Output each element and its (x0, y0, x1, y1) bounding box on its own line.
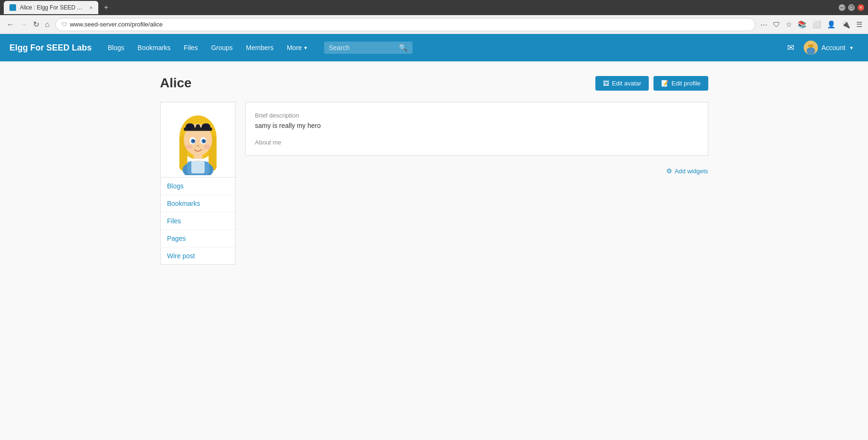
svg-point-15 (196, 124, 200, 128)
profile-avatar-box (160, 102, 236, 178)
sidebar-item-blogs[interactable]: Blogs (161, 178, 235, 195)
security-icon: 🛡 (61, 21, 67, 28)
gear-icon: ⚙ (666, 167, 672, 175)
new-tab-button[interactable]: + (101, 3, 111, 12)
add-widgets-link[interactable]: ⚙ Add widgets (666, 167, 708, 175)
maximize-button[interactable]: ❐ (848, 4, 855, 11)
sidebar-item-wire-post[interactable]: Wire post (161, 247, 235, 264)
account-chevron-icon: ▼ (849, 45, 854, 51)
url-bar[interactable]: 🛡 www.seed-server.com/profile/alice (55, 18, 756, 31)
more-options-icon[interactable]: ⋯ (759, 19, 768, 30)
svg-point-3 (808, 44, 814, 48)
edit-profile-icon: 📝 (661, 80, 669, 87)
tab-title: Alice : Elgg For SEED Lab (20, 4, 84, 11)
tab-favicon (9, 4, 16, 11)
page-header: Alice 🖼 Edit avatar 📝 Edit profile (160, 76, 708, 91)
header-buttons: 🖼 Edit avatar 📝 Edit profile (595, 76, 708, 91)
edit-profile-button[interactable]: 📝 Edit profile (653, 76, 708, 91)
browser-chrome: Alice : Elgg For SEED Lab × + — ❐ ✕ (0, 0, 868, 15)
sidebar-item-files[interactable]: Files (161, 212, 235, 230)
nav-link-groups[interactable]: Groups (205, 40, 240, 55)
address-bar: ← → ↻ ⌂ 🛡 www.seed-server.com/profile/al… (0, 15, 868, 34)
add-widgets-row: ⚙ Add widgets (245, 163, 708, 178)
edit-avatar-button[interactable]: 🖼 Edit avatar (595, 76, 649, 91)
tab-close-button[interactable]: × (90, 5, 93, 10)
browser-tab[interactable]: Alice : Elgg For SEED Lab × (4, 1, 98, 14)
svg-point-14 (201, 123, 210, 129)
close-button[interactable]: ✕ (858, 4, 864, 11)
browser-menu-icons: ⋯ 🛡 ☆ 📚 ⬜ 👤 🔌 ☰ (759, 19, 863, 30)
search-icon[interactable]: 🔍 (399, 43, 408, 52)
account-avatar (804, 41, 818, 55)
edit-avatar-icon: 🖼 (603, 80, 609, 87)
more-chevron-icon: ▼ (303, 45, 308, 51)
extensions-icon[interactable]: 🔌 (841, 19, 851, 30)
mail-icon[interactable]: ✉ (782, 42, 799, 53)
nav-link-blogs[interactable]: Blogs (101, 40, 131, 55)
account-dropdown[interactable]: Account ▼ (799, 39, 859, 57)
account-icon[interactable]: 👤 (826, 19, 837, 30)
reload-button[interactable]: ↻ (31, 19, 41, 30)
url-text: www.seed-server.com/profile/alice (70, 21, 163, 28)
brief-description-value: samy is really my hero (255, 122, 698, 129)
profile-sidebar: Blogs Bookmarks Files Pages Wire post (160, 102, 236, 265)
nav-buttons: ← → ↻ ⌂ (5, 19, 52, 30)
sidebar-item-pages[interactable]: Pages (161, 230, 235, 247)
page-title: Alice (160, 76, 192, 91)
svg-point-23 (204, 139, 205, 140)
minimize-button[interactable]: — (839, 4, 845, 11)
app-navbar: Elgg For SEED Labs Blogs Bookmarks Files… (0, 34, 868, 61)
nav-link-members[interactable]: Members (240, 40, 280, 55)
search-input[interactable] (329, 44, 395, 51)
forward-button[interactable]: → (18, 19, 29, 30)
svg-point-22 (193, 139, 194, 140)
app-brand[interactable]: Elgg For SEED Labs (9, 43, 92, 53)
nav-link-files[interactable]: Files (177, 40, 205, 55)
svg-rect-10 (191, 161, 204, 173)
profile-main: Brief description samy is really my hero… (245, 102, 708, 178)
navbar-nav: Blogs Bookmarks Files Groups Members Mor… (101, 40, 315, 55)
hamburger-menu-icon[interactable]: ☰ (855, 19, 863, 30)
back-button[interactable]: ← (5, 19, 16, 30)
svg-point-24 (197, 145, 199, 147)
svg-point-2 (807, 47, 815, 55)
profile-info-box: Brief description samy is really my hero… (245, 102, 708, 156)
profile-layout: Blogs Bookmarks Files Pages Wire post Br… (160, 102, 708, 265)
about-me-label: About me (255, 139, 698, 146)
svg-point-26 (203, 144, 210, 149)
bookmark-icon[interactable]: ☆ (785, 19, 793, 30)
profile-avatar-image (165, 104, 231, 175)
bookmarks-library-icon[interactable]: 📚 (797, 19, 808, 30)
nav-link-more[interactable]: More ▼ (280, 40, 315, 55)
nav-link-bookmarks[interactable]: Bookmarks (131, 40, 177, 55)
svg-point-13 (185, 123, 194, 129)
account-label: Account (822, 44, 846, 51)
window-controls: — ❐ ✕ (839, 4, 864, 11)
reader-mode-icon[interactable]: 🛡 (772, 19, 781, 29)
brief-description-label: Brief description (255, 112, 698, 119)
tab-manager-icon[interactable]: ⬜ (811, 19, 822, 30)
nav-search[interactable]: 🔍 (324, 42, 413, 54)
sidebar-nav: Blogs Bookmarks Files Pages Wire post (160, 178, 236, 265)
main-content: Alice 🖼 Edit avatar 📝 Edit profile (151, 61, 718, 440)
sidebar-item-bookmarks[interactable]: Bookmarks (161, 195, 235, 212)
svg-point-25 (185, 144, 192, 149)
home-button[interactable]: ⌂ (43, 19, 52, 30)
